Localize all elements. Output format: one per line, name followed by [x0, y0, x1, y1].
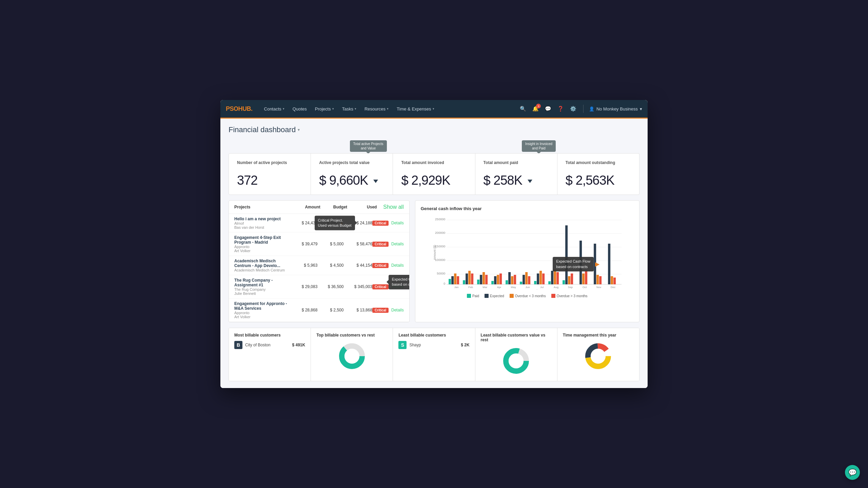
kpi-total-value: Active projects total value $ 9,660K — [311, 153, 393, 195]
svg-rect-36 — [514, 275, 516, 284]
page-title-dropdown-icon[interactable]: ▾ — [298, 127, 300, 132]
chevron-down-icon: ▾ — [433, 107, 434, 110]
nav-divider — [583, 105, 584, 113]
project-actions: Critical Details — [372, 263, 404, 268]
project-client: Appronto — [234, 245, 292, 249]
svg-rect-41 — [528, 276, 530, 284]
svg-text:Mar: Mar — [482, 286, 487, 289]
details-link[interactable]: Details — [391, 308, 404, 312]
project-info: Engagement for Appronto - M&A Services A… — [234, 301, 292, 319]
navbar: PSOHUB. Contacts ▾ Quotes Projects ▾ Tas… — [220, 100, 648, 118]
expected-cashflow-tooltip-area: Expected Cash Flowbased on contracts ▶ — [553, 257, 599, 271]
nav-quotes[interactable]: Quotes — [289, 104, 310, 114]
project-client: Appronto — [234, 311, 292, 315]
project-actions: Critical Details — [372, 284, 404, 289]
svg-rect-40 — [525, 272, 528, 284]
svg-rect-55 — [568, 276, 570, 284]
chevron-down-icon: ▾ — [332, 107, 334, 110]
customer-value: $ 2K — [461, 343, 469, 347]
details-link[interactable]: Details — [391, 263, 404, 268]
card-time-management: Time management this year — [557, 328, 639, 381]
svg-text:150000: 150000 — [435, 245, 445, 248]
details-link[interactable]: Details — [391, 221, 404, 225]
svg-rect-24 — [480, 275, 482, 284]
kpi-cards-row: Number of active projects 372 Active pro… — [229, 153, 639, 195]
kpi-label-3: Total amount paid — [484, 160, 549, 165]
project-manager: Julie Bennett — [234, 291, 292, 296]
nav-time-expenses[interactable]: Time & Expenses ▾ — [393, 104, 437, 114]
details-link[interactable]: Details — [391, 284, 404, 289]
kpi-value-0: 372 — [237, 173, 302, 188]
project-budget: $ 4,500 — [320, 263, 346, 268]
nav-contacts[interactable]: Contacts ▾ — [261, 104, 288, 114]
tooltip-cashflow: Expected Cash Flowbased on contracts — [553, 257, 594, 271]
customer-name: Shayp — [409, 343, 421, 347]
svg-rect-35 — [511, 276, 513, 284]
indicator-down-icon — [373, 180, 378, 183]
svg-rect-70 — [611, 276, 613, 284]
project-info: The Rug Company - Assignment #1 The Rug … — [234, 278, 292, 296]
project-used: $ 13,868 — [346, 308, 372, 312]
svg-rect-19 — [466, 273, 468, 284]
chart-panel: General cash inflow this year 250000 200… — [415, 200, 639, 322]
notifications-button[interactable]: 🔔3 — [531, 104, 540, 113]
project-info: Academisch Medisch Centrum - App Develo.… — [234, 259, 292, 272]
svg-rect-14 — [451, 276, 454, 284]
project-name: Hello i am a new project — [234, 217, 292, 221]
svg-rect-29 — [494, 276, 496, 284]
project-budget: $ 250 ▲ — [320, 221, 346, 225]
svg-text:200000: 200000 — [435, 231, 445, 235]
critical-badge: Critical — [372, 263, 389, 268]
svg-rect-34 — [508, 272, 511, 284]
details-link[interactable]: Details — [391, 242, 404, 246]
nav-resources[interactable]: Resources ▾ — [361, 104, 392, 114]
project-client: The Rug Company — [234, 287, 292, 291]
user-menu[interactable]: 👤 No Monkey Business ▾ — [589, 106, 642, 111]
donut-svg — [585, 343, 612, 370]
search-button[interactable]: 🔍 — [518, 104, 528, 113]
col-header-projects: Projects — [234, 205, 293, 209]
nav-projects[interactable]: Projects ▾ — [312, 104, 337, 114]
messages-button[interactable]: 💬 — [544, 104, 553, 113]
svg-text:Sep: Sep — [568, 286, 573, 289]
svg-rect-31 — [499, 273, 502, 284]
svg-text:0: 0 — [443, 282, 445, 285]
logo-hub: HUB. — [238, 105, 253, 112]
project-name: Engagement 4-Step Exit Program - Madrid — [234, 235, 292, 245]
project-amount: $ 39,479 — [292, 242, 320, 246]
card-title-most-billable: Most billable customers — [234, 333, 305, 338]
project-manager: Bas van der Horst — [234, 225, 292, 229]
settings-button[interactable]: ⚙️ — [569, 104, 578, 113]
bottom-cards-row: Most billable customers B City of Boston… — [229, 328, 639, 381]
svg-rect-16 — [457, 276, 459, 284]
project-amount: $ 28,868 — [292, 308, 320, 312]
svg-rect-48 — [548, 281, 551, 284]
project-budget: $ 36,500 — [320, 284, 346, 289]
svg-text:Amount ($): Amount ($) — [433, 245, 436, 260]
table-row: Engagement 4-Step Exit Program - Madrid … — [229, 232, 409, 256]
indicator-down-icon — [528, 180, 532, 183]
card-title-least-billable: Least billable customers — [398, 333, 469, 338]
nav-tasks[interactable]: Tasks ▾ — [339, 104, 360, 114]
kpi-label-1: Active projects total value — [319, 160, 384, 165]
project-amount: $ 24,438 — [292, 221, 320, 225]
svg-point-79 — [509, 353, 524, 368]
app-logo[interactable]: PSOHUB. — [226, 105, 253, 113]
svg-point-76 — [344, 349, 359, 364]
bottom-section: Projects Amount Budget Used Show all Hel… — [229, 200, 639, 322]
svg-text:250000: 250000 — [435, 218, 445, 221]
help-button[interactable]: ❓ — [556, 104, 565, 113]
chart-title: General cash inflow this year — [421, 206, 634, 211]
svg-text:Dec: Dec — [611, 286, 615, 289]
show-all-link[interactable]: Show all — [377, 204, 403, 210]
user-name: No Monkey Business — [596, 106, 638, 111]
project-manager: Art Volker — [234, 249, 292, 253]
svg-rect-25 — [482, 272, 485, 284]
kpi-label-2: Total amount invoiced — [401, 160, 467, 165]
critical-badge: Critical — [372, 221, 389, 226]
warning-triangle-icon: ▲ — [340, 221, 344, 225]
svg-rect-71 — [613, 278, 616, 284]
svg-rect-30 — [497, 275, 499, 284]
chat-bubble-button[interactable]: 💬 — [845, 465, 860, 480]
svg-rect-49 — [551, 271, 553, 284]
